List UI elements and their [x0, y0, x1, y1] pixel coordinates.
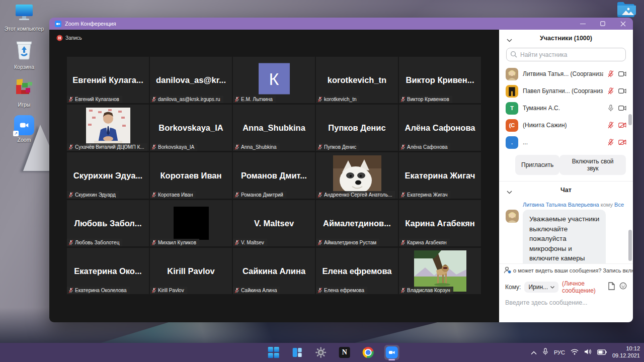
- tile-name-label: Borkovskaya_IA: [150, 143, 197, 151]
- zoom-taskbar-button[interactable]: [384, 345, 399, 360]
- video-tile[interactable]: Пупков ДенисПупков Денис: [316, 105, 398, 151]
- mic-muted-icon: [400, 192, 406, 198]
- tray-expand-chevron-icon[interactable]: [531, 348, 537, 357]
- video-tile[interactable]: Елена ефремоваЕлена ефремова: [316, 248, 398, 294]
- tile-name-text: Е.М. Лыткина: [241, 97, 273, 102]
- video-tile[interactable]: Скурихин Эдуа...Скурихин Эдуард: [67, 152, 149, 199]
- window-titlebar[interactable]: Zoom Конференция: [49, 18, 633, 30]
- battery-icon[interactable]: [597, 348, 607, 357]
- mic-muted-icon: [151, 240, 156, 245]
- window-title: Zoom Конференция: [65, 21, 573, 27]
- mic-muted-icon: [234, 97, 239, 102]
- start-button[interactable]: [266, 345, 281, 360]
- language-indicator[interactable]: РУС: [554, 349, 565, 355]
- participants-header: Участники (1000): [499, 30, 633, 47]
- desktop-icon-this-pc[interactable]: Этот компьютер: [5, 3, 44, 32]
- mic-icon: [608, 105, 614, 112]
- games-icon: [14, 77, 35, 100]
- camera-muted-icon: [618, 122, 626, 128]
- chrome-button[interactable]: [361, 345, 376, 360]
- collapse-chat-chevron-icon[interactable]: [507, 187, 512, 196]
- tile-name-label: Скурихин Эдуард: [67, 191, 119, 199]
- video-tile[interactable]: Anna_ShubkinaAnna_Shubkina: [233, 105, 315, 151]
- recipient-dropdown[interactable]: Ирин...: [524, 282, 558, 293]
- wifi-icon[interactable]: [571, 348, 579, 357]
- video-tile[interactable]: korotkevich_tnkorotkevich_tn: [316, 57, 398, 103]
- participants-scrollbar[interactable]: [628, 114, 632, 125]
- video-tile[interactable]: Borkovskaya_IABorkovskaya_IA: [150, 105, 232, 151]
- video-tile[interactable]: Сайкина АлинаСайкина Алина: [233, 248, 315, 294]
- desktop-icon-recycle-bin[interactable]: Корзина: [14, 39, 34, 70]
- participant-row[interactable]: ....: [499, 134, 633, 151]
- tile-name-text: Романов Дмитрий: [241, 192, 283, 198]
- tile-name-label: Екатерина Жигач: [399, 191, 450, 199]
- private-message-label: (Личное сообщение): [562, 280, 604, 294]
- mic-muted-icon: [400, 144, 406, 150]
- video-tile[interactable]: Андреенко Сергей Анатоль...: [316, 152, 398, 199]
- desktop-icon-games[interactable]: Игры: [14, 77, 35, 108]
- video-tile[interactable]: Алёна СафоноваАлёна Сафонова: [399, 105, 481, 151]
- video-tile[interactable]: Екатерина Око...Екатерина Околелова: [67, 248, 149, 294]
- clock[interactable]: 10:12 09.12.2021: [612, 345, 640, 359]
- tray-microphone-icon[interactable]: [542, 348, 548, 357]
- video-tile[interactable]: Романов Дмит...Романов Дмитрий: [233, 152, 315, 199]
- mic-muted-icon: [151, 144, 156, 150]
- tile-name-label: Андреенко Сергей Анатоль...: [316, 191, 395, 199]
- video-tile[interactable]: Любовь Забол...Любовь Заболотец: [67, 200, 149, 246]
- search-input[interactable]: [506, 48, 626, 61]
- minimize-button[interactable]: [573, 18, 593, 30]
- desktop-icon-zoom[interactable]: ↗ Zoom: [14, 115, 34, 143]
- message-input[interactable]: Введите здесь сообщение...: [499, 294, 633, 322]
- tile-name-text: V. Maltsev: [241, 240, 264, 245]
- unmute-self-button[interactable]: Включить свой звук: [559, 155, 626, 175]
- tile-name-label: Е.М. Лыткина: [233, 96, 276, 103]
- mic-muted-icon: [234, 144, 239, 150]
- collapse-participants-chevron-icon[interactable]: [507, 35, 512, 44]
- video-tile[interactable]: Коротаев ИванКоротаев Иван: [150, 152, 232, 199]
- tile-name-label: Сайкина Алина: [233, 287, 280, 294]
- video-tile[interactable]: Владислав Корзун: [399, 248, 481, 294]
- participant-row[interactable]: Павел Булатни... (Соорганизатор): [499, 82, 633, 100]
- participant-video-grid: Евгений Кулага...Евгений Кулагановdanilo…: [67, 57, 481, 294]
- video-tile[interactable]: Kirill PavlovKirill Pavlov: [150, 248, 232, 294]
- video-tile[interactable]: Виктор Кривен...Виктор Кривенков: [399, 57, 481, 103]
- mic-muted-icon: [608, 139, 614, 146]
- video-tile[interactable]: danilova_as@kr...danilova_as@krsk.irgups…: [150, 57, 232, 103]
- video-tile[interactable]: Евгений Кулага...Евгений Кулаганов: [67, 57, 149, 103]
- mic-muted-icon: [400, 240, 406, 245]
- video-gallery-area: Запись Евгений Кулага...Евгений Кулагано…: [49, 30, 499, 322]
- tile-name-label: Екатерина Околелова: [67, 287, 130, 294]
- mic-muted-icon: [317, 97, 323, 102]
- video-tile[interactable]: КЕ.М. Лыткина: [233, 57, 315, 103]
- tile-name-text: Екатерина Околелова: [75, 288, 127, 293]
- chat-message-bubble: Уважаемые участники выключайте пожалуйст…: [523, 210, 606, 263]
- chat-scrollbar[interactable]: [628, 230, 632, 261]
- tile-name-text: Anna_Shubkina: [241, 144, 277, 150]
- notion-button[interactable]: N: [337, 345, 352, 360]
- attach-file-icon[interactable]: [608, 282, 615, 292]
- emoji-icon[interactable]: [619, 282, 627, 292]
- participant-row[interactable]: (С(Никита Сажин): [499, 117, 633, 134]
- video-tile[interactable]: Карина АгабекянКарина Агабекян: [399, 200, 481, 246]
- video-tile[interactable]: Михаил Куликов: [150, 200, 232, 246]
- close-button[interactable]: [613, 18, 633, 30]
- invite-button[interactable]: Пригласить: [515, 155, 559, 175]
- widgets-button[interactable]: [290, 345, 305, 360]
- volume-icon[interactable]: [584, 348, 592, 357]
- video-tile[interactable]: V. MaltsevV. Maltsev: [233, 200, 315, 246]
- recording-indicator[interactable]: Запись: [56, 35, 82, 41]
- tile-name-label: Михаил Куликов: [150, 239, 199, 246]
- mic-muted-icon: [68, 240, 73, 245]
- desktop-icon-label: Zoom: [18, 137, 31, 143]
- participant-row[interactable]: ТТуманин А.С.: [499, 100, 633, 117]
- video-tile[interactable]: Екатерина ЖигачЕкатерина Жигач: [399, 152, 481, 199]
- video-tile[interactable]: Аймалетдинов...Аймалетдинов Рустам: [316, 200, 398, 246]
- participant-letter-avatar: Т: [506, 102, 518, 115]
- participant-row[interactable]: Литвина Татья... (Соорганизатор): [499, 65, 633, 82]
- tile-name-text: Сухачёв Виталий ДЦОМП К...: [75, 144, 144, 150]
- maximize-button[interactable]: [593, 18, 613, 30]
- video-tile[interactable]: Сухачёв Виталий ДЦОМП К...: [67, 105, 149, 151]
- tile-name-text: Виктор Кривенков: [407, 97, 449, 102]
- participants-actions: Пригласить Включить свой звук: [499, 151, 633, 178]
- settings-button[interactable]: [313, 345, 329, 360]
